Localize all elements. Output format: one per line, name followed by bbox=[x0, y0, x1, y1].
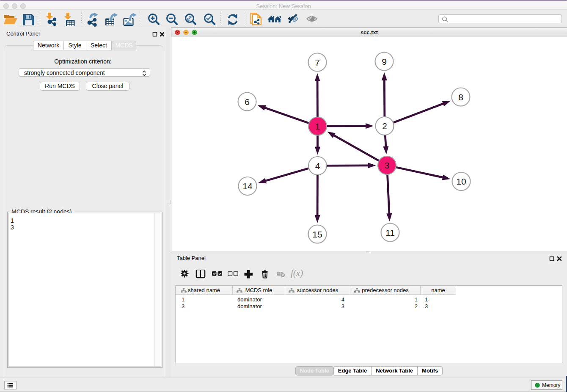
svg-text:15: 15 bbox=[312, 229, 322, 239]
svg-text:1: 1 bbox=[315, 121, 320, 131]
svg-text:3: 3 bbox=[385, 160, 390, 170]
svg-text:11: 11 bbox=[385, 228, 395, 237]
svg-text:7: 7 bbox=[315, 58, 320, 67]
svg-text:4: 4 bbox=[315, 161, 320, 171]
svg-text:6: 6 bbox=[245, 97, 250, 107]
svg-text:14: 14 bbox=[242, 181, 253, 191]
svg-text:10: 10 bbox=[456, 177, 466, 186]
svg-text:8: 8 bbox=[458, 92, 463, 102]
svg-text:9: 9 bbox=[382, 57, 387, 66]
svg-text:2: 2 bbox=[382, 121, 387, 131]
